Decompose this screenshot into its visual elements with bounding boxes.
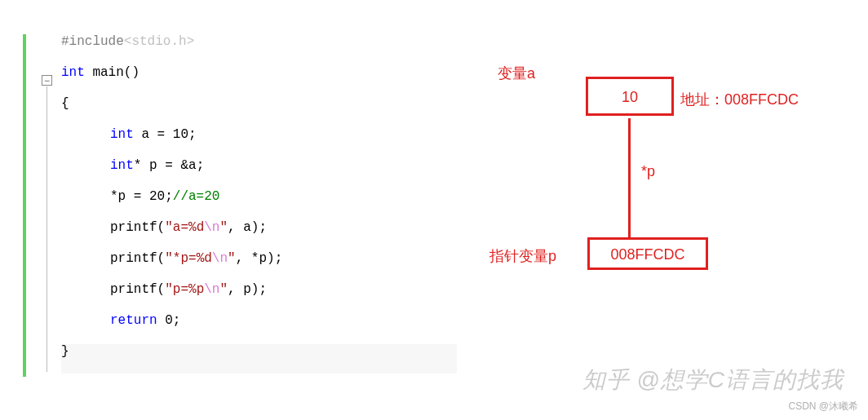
csdn-watermark: CSDN @沐曦希 [788, 400, 858, 413]
code-line-2: int main() [61, 65, 140, 80]
code-line-11: } [61, 344, 69, 359]
brace: } [61, 344, 69, 359]
string-token: "a=%d [165, 220, 204, 235]
keyword-token: int [61, 65, 85, 80]
code-text: , a); [228, 220, 267, 235]
string-token: " [228, 251, 236, 266]
code-text: * p = &a; [134, 158, 204, 173]
code-text: 0; [157, 313, 181, 328]
string-token: "*p=%d [165, 251, 212, 266]
brace: { [61, 96, 69, 111]
pointer-variable-label: 指针变量p [489, 246, 556, 266]
escape-token: \n [204, 282, 219, 297]
code-line-4: int a = 10; [61, 127, 197, 142]
keyword-token: int [110, 158, 134, 173]
code-line-6: *p = 20;//a=20 [61, 189, 219, 204]
string-token: " [219, 220, 228, 235]
code-text: a = 10; [134, 127, 197, 142]
keyword-token: return [110, 313, 157, 328]
fold-toggle-icon[interactable]: − [42, 75, 52, 86]
code-text: printf( [110, 282, 165, 297]
current-line-highlight [61, 344, 457, 374]
escape-token: \n [204, 220, 219, 235]
code-text: printf( [110, 251, 165, 266]
code-text: *p = 20; [110, 189, 173, 204]
code-line-5: int* p = &a; [61, 158, 204, 173]
comment-token: //a=20 [173, 189, 220, 204]
code-line-1: #include<stdio.h> [61, 34, 194, 49]
preproc-token: #include [61, 34, 124, 49]
include-path: <stdio.h> [124, 34, 194, 49]
code-text: , p); [228, 282, 267, 297]
keyword-token: int [110, 127, 134, 142]
pointer-variable-box: 008FFCDC [587, 237, 708, 270]
fold-guideline [46, 86, 47, 372]
code-text: main() [85, 65, 140, 80]
dereference-label: *p [641, 163, 655, 180]
address-label: 地址：008FFCDC [680, 90, 799, 109]
pointer-connector-line [628, 118, 631, 237]
pointer-diagram: 变量a 10 地址：008FFCDC *p 指针变量p 008FFCDC [489, 49, 857, 294]
code-line-7: printf("a=%d\n", a); [61, 220, 267, 235]
zhihu-watermark: 知乎 @想学C语言的找我 [582, 365, 844, 396]
gutter-change-bar [23, 34, 26, 377]
code-line-3: { [61, 96, 69, 111]
code-line-8: printf("*p=%d\n", *p); [61, 251, 282, 266]
code-line-9: printf("p=%p\n", p); [61, 282, 267, 297]
code-line-10: return 0; [61, 313, 180, 328]
variable-a-box: 10 [586, 77, 674, 116]
code-text: , *p); [236, 251, 283, 266]
escape-token: \n [212, 251, 228, 266]
string-token: "p=%p [165, 282, 204, 297]
code-text: printf( [110, 220, 165, 235]
string-token: " [219, 282, 228, 297]
variable-a-label: 变量a [498, 64, 535, 83]
